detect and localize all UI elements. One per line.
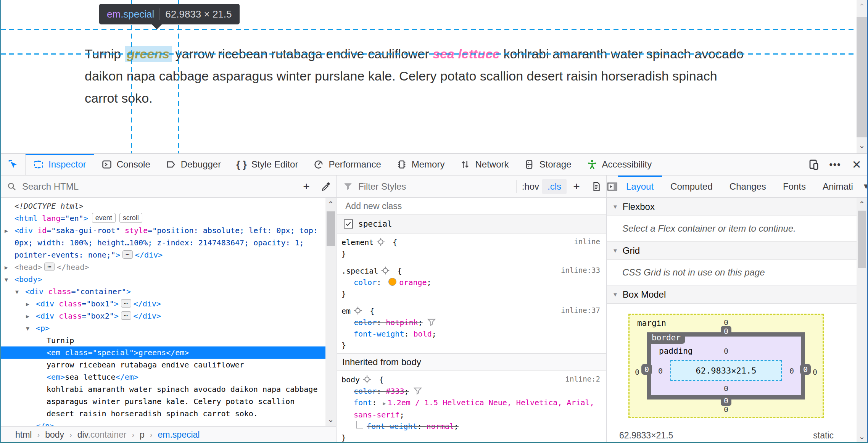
tab-fonts[interactable]: Fonts	[775, 176, 814, 197]
box-model-margin[interactable]: margin 0 0 0 0 border 0 0 0 0 padding 0 …	[628, 314, 824, 418]
all-tabs-dropdown[interactable]: ▼	[862, 182, 868, 191]
rule-selector[interactable]: em	[341, 306, 351, 316]
property-value[interactable]: #333	[386, 387, 404, 396]
css-declaration[interactable]: font: ▶1.2em / 1.5 Helvetica Neue, Helve…	[341, 397, 606, 420]
twisty-icon[interactable]: ▶	[5, 261, 8, 274]
tab-changes[interactable]: Changes	[721, 176, 775, 197]
page-scrollbar-thumb[interactable]	[857, 17, 867, 137]
print-media-button[interactable]	[586, 177, 606, 196]
twisty-icon[interactable]: ▼	[5, 274, 8, 286]
class-panel-toggle[interactable]: .cls	[542, 179, 567, 194]
border-bottom-value[interactable]: 0	[721, 395, 731, 406]
property-value[interactable]: orange	[399, 278, 427, 287]
search-input[interactable]: Search HTML	[22, 181, 79, 192]
property-name[interactable]: color	[354, 278, 377, 287]
scroll-down-icon[interactable]: ⌄	[857, 140, 867, 151]
markup-line[interactable]: Turnip	[1, 334, 325, 346]
tab-accessibility[interactable]: Accessibility	[579, 154, 660, 175]
layout-scrollbar-thumb[interactable]	[858, 211, 866, 268]
tab-console[interactable]: Console	[94, 154, 158, 175]
ellipsis-badge[interactable]: ⋯	[44, 263, 55, 271]
markup-line[interactable]: ▶<div class="box2">⋯</div>	[1, 310, 325, 322]
ellipsis-badge[interactable]: ⋯	[121, 311, 131, 320]
filter-styles-input[interactable]: Filter Styles	[358, 181, 406, 192]
property-value[interactable]: hotpink	[386, 318, 418, 327]
tab-animations[interactable]: Animati	[814, 176, 862, 197]
scroll-down-icon[interactable]: ⌄	[325, 414, 336, 425]
rule-selector[interactable]: body	[341, 375, 360, 384]
tab-performance[interactable]: Performance	[306, 154, 388, 175]
padding-right-value[interactable]: 0	[789, 366, 794, 375]
breadcrumb-item[interactable]: body	[45, 430, 64, 440]
markup-line[interactable]: ▶<head>⋯</head>	[1, 261, 325, 273]
box-model-border[interactable]: border 0 0 0 0 padding 0 0 0 0 62.9833×2…	[647, 332, 805, 400]
highlight-selector-icon[interactable]	[381, 266, 390, 275]
tab-inspector[interactable]: Inspector	[26, 154, 94, 175]
expander-icon[interactable]: ▶	[383, 400, 386, 406]
twisty-icon[interactable]: ▶	[26, 310, 29, 322]
tab-storage[interactable]: Storage	[516, 154, 579, 175]
markup-line[interactable]: ▶<div class="box1">⋯</div>	[1, 298, 325, 310]
tab-debugger[interactable]: Debugger	[158, 154, 229, 175]
node-badge[interactable]: scroll	[119, 213, 142, 223]
property-name[interactable]: font	[354, 398, 372, 407]
rule-selector[interactable]: .special	[341, 266, 378, 275]
boxmodel-accordion-header[interactable]: ▼Box Model	[607, 285, 867, 304]
breadcrumb-item[interactable]: html	[15, 430, 32, 440]
markup-line[interactable]: kohlrabi amaranth water spinach avocado …	[1, 383, 325, 420]
devtools-menu-button[interactable]: •••	[825, 154, 846, 175]
property-name[interactable]: font-weight	[354, 329, 404, 338]
overridden-filter-icon[interactable]	[427, 318, 436, 327]
markup-line[interactable]: <html lang="en">eventscroll	[1, 212, 325, 224]
tab-memory[interactable]: Memory	[389, 154, 453, 175]
twisty-icon[interactable]: ▼	[15, 286, 19, 298]
markup-line[interactable]: ▼<div class="container">	[1, 285, 325, 298]
sidebar-toggle-button[interactable]	[607, 177, 618, 196]
tab-network[interactable]: Network	[452, 154, 516, 175]
twisty-icon[interactable]: ▶	[5, 225, 8, 237]
highlight-selector-icon[interactable]	[377, 238, 385, 246]
scroll-up-icon[interactable]: ⌃	[325, 198, 336, 210]
rule-selector[interactable]: element	[341, 238, 374, 247]
add-rule-button[interactable]: +	[567, 177, 586, 196]
layout-scrollbar[interactable]: ⌃ ⌄	[857, 198, 867, 443]
margin-left-value[interactable]: 0	[635, 367, 639, 377]
tab-layout[interactable]: Layout	[618, 176, 662, 197]
markup-line[interactable]: <!DOCTYPE html>	[1, 200, 325, 212]
twisty-icon[interactable]: ▼	[26, 322, 29, 335]
markup-line[interactable]: yarrow ricebean rutabaga endive cauliflo…	[1, 359, 325, 371]
markup-line[interactable]: </p>	[1, 420, 325, 426]
highlight-selector-icon[interactable]	[354, 306, 362, 315]
markup-scrollbar-thumb[interactable]	[327, 211, 335, 246]
border-left-value[interactable]: 0	[641, 364, 652, 375]
css-declaration[interactable]: color: orange;	[341, 277, 606, 288]
node-picker-button[interactable]	[1, 154, 26, 175]
ellipsis-badge[interactable]: ⋯	[121, 299, 131, 308]
css-declaration[interactable]: color: hotpink;	[341, 317, 606, 328]
scroll-up-icon[interactable]: ⌃	[857, 1, 867, 12]
markup-line[interactable]: ▼<body>	[1, 273, 325, 285]
add-new-class-input[interactable]: Add new class	[337, 198, 606, 215]
rule-source-link[interactable]: inline:2	[565, 375, 600, 383]
margin-right-value[interactable]: 0	[813, 367, 817, 377]
border-top-value[interactable]: 0	[721, 326, 731, 337]
property-value[interactable]: bold	[414, 329, 432, 338]
scroll-up-icon[interactable]: ⌃	[857, 198, 867, 210]
property-name[interactable]: font-weight	[367, 422, 417, 431]
create-node-button[interactable]: +	[296, 177, 316, 196]
page-scrollbar[interactable]: ⌃ ⌄	[857, 0, 867, 153]
padding-left-value[interactable]: 0	[658, 366, 663, 375]
tab-computed[interactable]: Computed	[662, 176, 721, 197]
devtools-close-button[interactable]: ✕	[846, 154, 867, 175]
scroll-down-icon[interactable]: ⌄	[857, 431, 867, 442]
rule-source-link[interactable]: inline	[574, 237, 600, 246]
flexbox-accordion-header[interactable]: ▼Flexbox	[607, 198, 867, 216]
ellipsis-badge[interactable]: ⋯	[122, 250, 133, 259]
node-badge[interactable]: event	[92, 213, 116, 223]
responsive-design-button[interactable]	[803, 154, 825, 175]
property-name[interactable]: color	[354, 318, 377, 327]
overridden-filter-icon[interactable]	[414, 387, 422, 395]
padding-bottom-value[interactable]: 0	[724, 384, 728, 393]
rule-source-link[interactable]: inline:33	[561, 266, 600, 274]
pseudo-class-toggle[interactable]: :hov	[519, 180, 542, 193]
